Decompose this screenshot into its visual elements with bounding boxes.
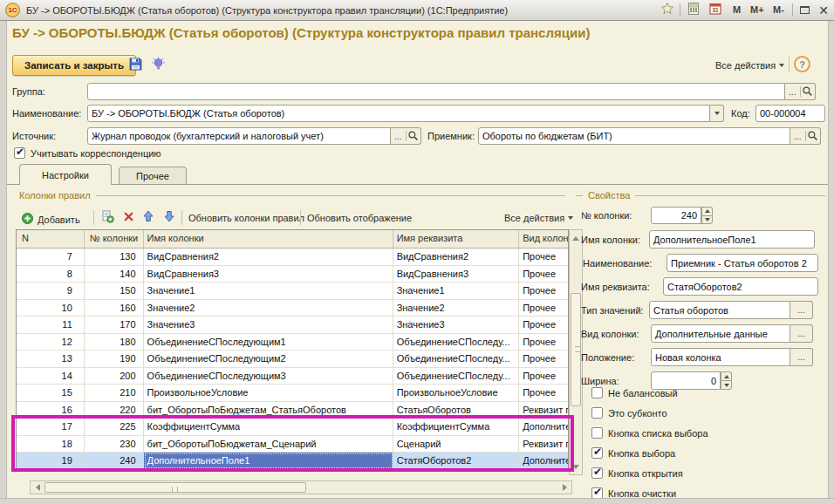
calendar-button[interactable]: 31 — [705, 2, 726, 18]
table-row[interactable]: 8140ВидСравнения3ВидСравнения3Прочее — [17, 266, 568, 283]
cell-num[interactable]: 140 — [85, 266, 144, 283]
table-row[interactable]: 19240ДополнительноеПоле1СтатяОборотов2До… — [17, 453, 568, 470]
cell-num[interactable]: 200 — [85, 368, 144, 385]
table-row[interactable]: 9150Значение1Значение1Прочее — [17, 283, 568, 300]
m-plus-button[interactable]: M+ — [750, 4, 764, 15]
cell-attr-name[interactable]: ОбъединениеСПоследу... — [393, 368, 520, 385]
cell-col-name[interactable]: бит_ОборотыПоБюджетам_Сценарий — [144, 436, 393, 453]
table-row[interactable]: 14200ОбъединениеСПоследующим3Объединение… — [17, 368, 568, 385]
cell-n[interactable]: 17 — [17, 419, 85, 435]
table-row[interactable]: 18230бит_ОборотыПоБюджетам_СценарийСцена… — [17, 436, 568, 453]
cell-attr-name[interactable]: КоэффициентСумма — [393, 419, 520, 435]
cell-col-name[interactable]: Значение3 — [144, 317, 393, 333]
cell-attr-name[interactable]: СтатяОборотов2 — [393, 453, 520, 469]
cell-n[interactable]: 12 — [17, 334, 85, 351]
add-button[interactable]: Добавить — [21, 212, 80, 227]
table-row[interactable]: 15210ПроизвольноеУсловиеПроизвольноеУсло… — [17, 385, 568, 402]
cell-attr-name[interactable]: ПроизвольноеУсловие — [393, 385, 520, 401]
col-number-input[interactable]: 240 — [651, 207, 701, 224]
spin-up-button[interactable] — [701, 207, 713, 215]
position-ellipsis-button[interactable]: ... — [790, 348, 813, 366]
cell-col-kind[interactable]: Прочее — [519, 249, 568, 265]
save-close-button[interactable]: Записать и закрыть — [12, 55, 136, 76]
maximize-button[interactable] — [796, 2, 813, 18]
scroll-up-button[interactable] — [570, 230, 582, 246]
table-all-actions-button[interactable]: Все действия — [504, 213, 573, 223]
property-checkbox[interactable] — [591, 467, 603, 479]
cell-col-name[interactable]: ДополнительноеПоле1 — [144, 453, 393, 469]
move-down-button[interactable] — [161, 210, 178, 226]
cell-attr-name[interactable]: ВидСравнения3 — [393, 266, 520, 283]
header-num[interactable]: № колонки — [85, 230, 144, 248]
cell-n[interactable]: 16 — [17, 402, 85, 419]
m-minus-button[interactable]: M- — [773, 4, 784, 15]
cell-col-kind[interactable]: Дополнитель — [519, 453, 568, 469]
group-ellipsis-button[interactable]: ... — [785, 84, 800, 99]
table-row[interactable]: 7130ВидСравнения2ВидСравнения2Прочее — [17, 249, 568, 266]
cell-attr-name[interactable]: Сценарий — [393, 436, 520, 453]
vscroll-thumb[interactable] — [571, 293, 581, 406]
name-dropdown-button[interactable] — [710, 105, 724, 122]
cell-col-kind[interactable]: Прочее — [519, 334, 568, 351]
table-row[interactable]: 13190ОбъединениеСПоследующим2Объединение… — [17, 351, 568, 368]
table-hscrollbar[interactable] — [30, 480, 572, 494]
m-button[interactable]: M — [733, 4, 741, 15]
cell-num[interactable]: 240 — [85, 453, 144, 469]
table-row[interactable]: 16220бит_ОборотыПоБюджетам_СтатьяОборото… — [17, 402, 568, 419]
refresh-view-button[interactable]: Обновить отображение — [307, 213, 412, 223]
cell-num[interactable]: 170 — [85, 317, 144, 333]
tab-settings[interactable]: Настройки — [19, 164, 112, 185]
property-checkbox[interactable] — [591, 407, 603, 419]
code-field-input[interactable]: 00-000004 — [755, 105, 825, 122]
hscroll-thumb[interactable] — [44, 482, 306, 493]
header-col-name[interactable]: Имя колонки — [144, 230, 393, 248]
table-row[interactable]: 17225КоэффициентСуммаКоэффициентСуммаДоп… — [17, 419, 568, 436]
cell-num[interactable]: 150 — [85, 283, 144, 299]
cell-num[interactable]: 225 — [85, 419, 144, 435]
all-actions-button[interactable]: Все действия — [715, 60, 784, 71]
source-lookup-button[interactable] — [406, 128, 420, 144]
spin-down-button[interactable] — [721, 380, 732, 390]
value-type-ellipsis-button[interactable]: ... — [790, 301, 813, 319]
cell-n[interactable]: 9 — [17, 283, 85, 299]
cell-num[interactable]: 190 — [85, 351, 144, 367]
hint-button[interactable] — [148, 56, 167, 75]
cell-n[interactable]: 18 — [17, 436, 85, 453]
value-type-input[interactable]: Статья оборотов — [649, 301, 790, 319]
header-n[interactable]: N — [17, 230, 85, 248]
cell-col-kind[interactable]: Реквизит при — [519, 402, 568, 419]
cell-n[interactable]: 10 — [17, 300, 85, 317]
cell-num[interactable]: 130 — [85, 249, 144, 265]
spin-down-button[interactable] — [701, 215, 713, 225]
close-button[interactable]: ✕ — [815, 2, 832, 18]
cell-col-name[interactable]: КоэффициентСумма — [144, 419, 393, 435]
cell-n[interactable]: 15 — [17, 385, 85, 401]
scroll-left-button[interactable] — [31, 481, 44, 494]
table-row[interactable]: 10160Значение2Значение2Прочее — [17, 300, 568, 317]
cell-col-name[interactable]: ОбъединениеСПоследующим3 — [144, 368, 393, 385]
copy-button[interactable] — [99, 210, 116, 226]
col-kind-ellipsis-button[interactable]: ... — [790, 324, 813, 343]
cell-n[interactable]: 7 — [17, 249, 85, 265]
source-field-input[interactable]: Журнал проводок (бухгалтерский и налогов… — [87, 127, 391, 145]
cell-col-name[interactable]: ПроизвольноеУсловие — [144, 385, 393, 401]
cell-attr-name[interactable]: Значение3 — [393, 317, 520, 333]
save-button[interactable] — [126, 56, 145, 75]
cell-num[interactable]: 230 — [85, 436, 144, 453]
cell-n[interactable]: 19 — [17, 453, 85, 469]
scroll-right-button[interactable] — [557, 481, 571, 494]
property-checkbox[interactable] — [591, 427, 603, 439]
scroll-down-button[interactable] — [570, 459, 582, 474]
source-ellipsis-button[interactable]: ... — [391, 128, 406, 144]
correspondence-checkbox[interactable] — [14, 147, 25, 159]
cell-col-kind[interactable]: Прочее — [519, 317, 568, 333]
col-name-input[interactable]: ДополнительноеПоле1 — [649, 230, 815, 249]
cell-n[interactable]: 8 — [17, 266, 85, 283]
delete-button[interactable] — [120, 210, 137, 226]
receiver-lookup-button[interactable] — [805, 128, 820, 144]
header-attr-name[interactable]: Имя реквизита — [393, 230, 520, 248]
cell-col-kind[interactable]: Прочее — [519, 351, 568, 367]
refresh-columns-button[interactable]: Обновить колонки правил — [188, 213, 304, 223]
cell-col-name[interactable]: Значение1 — [144, 283, 393, 299]
table-row[interactable]: 12180ОбъединениеСПоследующим1Объединение… — [17, 334, 568, 351]
